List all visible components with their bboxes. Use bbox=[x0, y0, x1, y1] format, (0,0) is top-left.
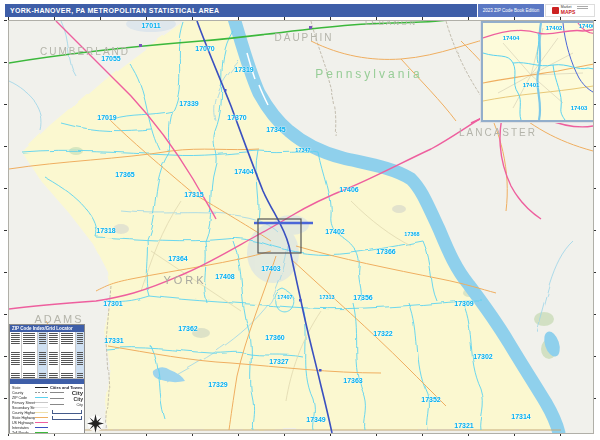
city-sample-row: City bbox=[50, 402, 83, 408]
city-sample-label: City bbox=[76, 403, 83, 407]
population-range-text bbox=[50, 392, 64, 394]
legend-panel: ZIP Code Index/Grid Locator StateCountyZ… bbox=[9, 324, 85, 434]
inset-zip-label-17403: 17403 bbox=[571, 105, 588, 111]
legend-item-label: County bbox=[12, 391, 35, 395]
index-column bbox=[38, 332, 47, 378]
kilometers-scalebar bbox=[52, 416, 82, 420]
legend-item-symbol bbox=[35, 427, 48, 428]
inset-zip-label-17402: 17402 bbox=[546, 25, 563, 31]
logo-maps-label: MAPS bbox=[561, 10, 575, 15]
map-canvas: 1701117055170701731917339170191737017345… bbox=[8, 20, 594, 434]
zip-index-title: ZIP Code Index/Grid Locator bbox=[10, 325, 84, 332]
logo-text: Market MAPS bbox=[561, 6, 575, 15]
legend-item-label: ZIP Code bbox=[12, 396, 35, 400]
title-bar: YORK-HANOVER, PA METROPOLITAN STATISTICA… bbox=[5, 4, 595, 17]
legend-item-symbol bbox=[35, 387, 48, 388]
miles-scalebar bbox=[52, 410, 82, 414]
population-range-text bbox=[50, 398, 64, 400]
index-column bbox=[76, 332, 84, 378]
city-sample-label: City bbox=[74, 396, 83, 402]
legend-item-label: Interstates bbox=[12, 426, 35, 430]
legend-item-label: Primary Streets bbox=[12, 401, 35, 405]
legend-item-label: State Highways bbox=[12, 416, 35, 420]
edition-label: 2023 ZIP Code Book Edition bbox=[478, 4, 544, 17]
legend-item-symbol bbox=[35, 402, 48, 403]
inset-zip-label-17406: 17406 bbox=[579, 23, 594, 29]
legend-item-symbol bbox=[35, 412, 48, 413]
legend-symbol-list: StateCountyZIP CodePrimary StreetsSecond… bbox=[12, 385, 48, 434]
inset-map: 1740417402174061740117403 bbox=[481, 21, 594, 122]
inset-labels-layer: 1740417402174061740117403 bbox=[483, 23, 594, 120]
index-column bbox=[22, 332, 38, 378]
legend-item-symbol bbox=[35, 397, 48, 398]
logo-mark-icon bbox=[552, 7, 559, 14]
index-column bbox=[48, 332, 60, 378]
legend-item-symbol bbox=[35, 417, 48, 418]
legend-item-symbol bbox=[35, 392, 48, 393]
legend-item-label: Toll Roads bbox=[12, 431, 35, 435]
legend-item-label: County Highways bbox=[12, 411, 35, 415]
population-range-text bbox=[50, 404, 64, 406]
inset-zip-label-17404: 17404 bbox=[503, 35, 520, 41]
legend-item-symbol bbox=[35, 407, 48, 408]
zip-index-table bbox=[10, 332, 84, 379]
legend-item-label: State bbox=[12, 386, 35, 390]
grid-ticks-left bbox=[4, 20, 7, 432]
legend-item: Toll Roads bbox=[12, 430, 48, 434]
legend-cities-column: Cities and Towns CityCityCity bbox=[50, 385, 83, 434]
index-column bbox=[10, 332, 22, 378]
index-column bbox=[60, 332, 76, 378]
map-title: YORK-HANOVER, PA METROPOLITAN STATISTICA… bbox=[5, 4, 477, 17]
legend-item-symbol bbox=[35, 432, 48, 433]
legend-item-label: US Highways bbox=[12, 421, 35, 425]
logo-fineprint bbox=[577, 6, 588, 15]
city-size-samples: CityCityCity bbox=[50, 390, 83, 408]
legend-item-symbol bbox=[35, 422, 48, 423]
legend-item-label: Secondary Streets bbox=[12, 406, 35, 410]
inset-zip-label-17401: 17401 bbox=[523, 82, 540, 88]
compass-rose-icon bbox=[87, 414, 104, 433]
legend-body: StateCountyZIP CodePrimary StreetsSecond… bbox=[10, 384, 84, 434]
page: YORK-HANOVER, PA METROPOLITAN STATISTICA… bbox=[0, 0, 600, 440]
marketmaps-logo: Market MAPS bbox=[545, 4, 595, 17]
